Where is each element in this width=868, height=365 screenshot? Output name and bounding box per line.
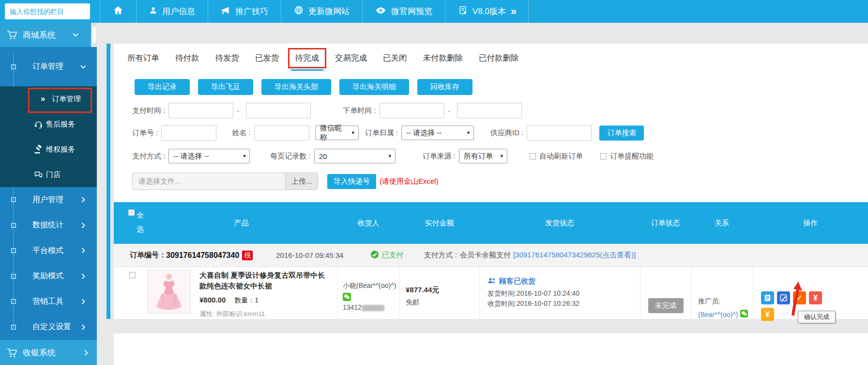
product-title[interactable]: 大喜自制 夏季设计修身复古双吊带中长款纯色连衣裙女中长裙 — [199, 270, 329, 291]
sidebar-item-marketing[interactable]: 营销工具 — [0, 289, 97, 315]
tab-pending-completion[interactable]: 待完成 — [288, 48, 327, 68]
export-feidou-button[interactable]: 导出飞豆 — [198, 79, 253, 95]
select-all-checkbox[interactable] — [128, 209, 135, 216]
chevron-right-icon — [84, 350, 88, 356]
name-input[interactable] — [254, 125, 309, 141]
pay-method-meta-label: 支付方式 : — [424, 251, 457, 260]
tab-paid-deleted[interactable]: 已付款删除 — [479, 53, 519, 63]
row-checkbox[interactable] — [129, 272, 136, 278]
content-scrollbar[interactable] — [107, 44, 110, 319]
checkbox-icon[interactable] — [600, 153, 607, 159]
sidebar-item-platform[interactable]: 平台模式 — [0, 238, 97, 264]
document-gear-icon — [458, 5, 468, 17]
sidebar-subitem-aftersale[interactable]: 售后服务 — [0, 111, 97, 137]
pay-detail-link[interactable]: [309176147580473429825(点击查看)] — [513, 251, 636, 260]
tree-node — [11, 223, 16, 228]
tab-all-orders[interactable]: 所有订单 — [127, 53, 159, 63]
export-records-button[interactable]: 导出记录 — [135, 79, 190, 95]
tree-node — [11, 248, 16, 253]
cart-icon — [6, 348, 18, 358]
select-all-label: 全选 — [137, 208, 144, 236]
headset-icon — [34, 120, 43, 129]
auto-refresh-checkbox[interactable]: 自动刷新订单 — [530, 152, 583, 161]
order-time-to-input[interactable] — [457, 103, 522, 118]
wechat-nick-select[interactable]: 微信昵称 ▼ — [315, 126, 359, 140]
pay-time-label: 支付时间 : — [132, 106, 165, 115]
phone-blur-mask — [362, 305, 384, 311]
tab-pending-shipment[interactable]: 待发货 — [215, 53, 240, 63]
tab-shipped[interactable]: 已发货 — [255, 53, 279, 63]
filter-row-options: 支付方式 : -- 请选择 -- ▼ 每页记录数 : 20 ▼ 订单来源 : 所… — [132, 149, 654, 163]
nav-site-preview[interactable]: 微官网预览 — [362, 0, 445, 23]
order-belong-select[interactable]: -- 请选择 -- ▼ — [401, 126, 474, 140]
home-icon — [113, 5, 123, 18]
sidebar-subitem-order-mgmt[interactable]: » 订单管理 — [0, 86, 97, 111]
pay-method-label: 支付方式 : — [132, 152, 165, 161]
sidebar-item-users[interactable]: 用户管理 — [0, 187, 97, 213]
refund-yen-icon[interactable]: ¥ — [809, 291, 822, 304]
order-search-button[interactable]: 订单搜索 — [599, 126, 644, 141]
sidebar: 商城系统 订单管理 » 订单管理 售后服务 维权服务 门店 用户管理 — [0, 23, 97, 365]
incomplete-status-button[interactable]: 未完成 — [648, 298, 684, 313]
search-input[interactable] — [5, 8, 99, 16]
order-row: 大喜自制 夏季设计修身复古双吊带中长款纯色连衣裙女中长裙 ¥800.00 数量：… — [114, 267, 868, 319]
order-time-from-input[interactable] — [380, 103, 444, 118]
upload-button[interactable]: 上传... — [285, 173, 318, 190]
tab-unpaid-deleted[interactable]: 未付款删除 — [423, 53, 463, 63]
filter-row-search: 订单号 : 姓名 : 微信昵称 ▼ 订单归属 : -- 请选择 -- ▼ 供应商… — [132, 125, 644, 141]
wechat-icon[interactable] — [343, 293, 351, 301]
sidebar-scroll-thumb[interactable] — [92, 27, 96, 43]
tab-pending-payment[interactable]: 待付款 — [175, 53, 199, 63]
receive-time: 收货时间:2016-10-07 10:26:32 — [487, 299, 580, 309]
order-no-label: 订单号 : — [132, 128, 158, 138]
import-tracking-button[interactable]: 导入快递号 — [327, 174, 376, 189]
remark-icon[interactable] — [761, 291, 774, 304]
top-nav: 用户信息 推广技巧 更新微网站 微官网预览 V8.0版本 » — [100, 0, 529, 23]
sidebar-item-order-mgmt[interactable]: 订单管理 — [0, 47, 97, 86]
sidebar-item-shop-system[interactable]: 商城系统 — [0, 23, 91, 47]
sidebar-item-cashier-system[interactable]: 收银系统 — [0, 340, 97, 365]
supplier-input[interactable] — [527, 125, 592, 141]
pay-time-from-input[interactable] — [168, 103, 233, 118]
nav-home[interactable] — [100, 0, 136, 23]
per-page-label: 每页记录数 : — [270, 152, 310, 161]
sidebar-item-reward[interactable]: 奖励模式 — [0, 264, 97, 289]
payment-yen-icon[interactable]: ¥ — [761, 308, 774, 321]
nav-update-site-label: 更新微网站 — [308, 6, 350, 17]
sidebar-cashier-label: 收银系统 — [23, 347, 56, 358]
sidebar-item-stats[interactable]: 数据统计 — [0, 213, 97, 238]
sidebar-subitem-rights[interactable]: 维权服务 — [0, 137, 97, 162]
promoter-link[interactable]: (Bear*^(oo)^) — [698, 311, 738, 318]
order-remind-checkbox[interactable]: 订单提醒功能 — [600, 152, 654, 161]
product-image[interactable] — [147, 270, 191, 314]
order-no-input[interactable] — [161, 125, 216, 141]
wechat-icon[interactable] — [740, 310, 748, 319]
sidebar-subitem-store[interactable]: 门店 — [0, 162, 97, 187]
tree-node — [11, 325, 16, 330]
pay-time-to-input[interactable] — [246, 103, 311, 118]
order-time-label: 下单时间 : — [343, 106, 376, 115]
product-info: 大喜自制 夏季设计修身复古双吊带中长款纯色连衣裙女中长裙 ¥800.00 数量：… — [199, 267, 329, 319]
auto-refresh-label: 自动刷新订单 — [539, 152, 583, 161]
megaphone-icon — [221, 5, 230, 17]
per-page-select[interactable]: 20 ▼ — [314, 149, 396, 163]
nav-update-site[interactable]: 更新微网站 — [281, 0, 362, 23]
export-customs-header-button[interactable]: 导出海关头部 — [261, 79, 331, 95]
order-source-select[interactable]: 所有订单 ▼ — [459, 149, 507, 163]
pay-method-select[interactable]: -- 请选择 -- ▼ — [168, 149, 250, 163]
tab-closed[interactable]: 已关闭 — [383, 53, 407, 63]
search-box[interactable] — [5, 3, 90, 19]
checkbox-icon[interactable] — [530, 153, 536, 159]
sidebar-item-custom[interactable]: 自定义设置 — [0, 315, 97, 340]
nav-promo-tips[interactable]: 推广技巧 — [208, 0, 281, 23]
recycle-stock-button[interactable]: 回收库存 — [417, 79, 472, 95]
export-customs-detail-button[interactable]: 导出海关明细 — [339, 79, 409, 95]
nav-user-info[interactable]: 用户信息 — [136, 0, 208, 23]
next-section-panel — [114, 333, 868, 365]
tab-completed[interactable]: 交易完成 — [335, 53, 367, 63]
file-picker[interactable]: 请选择文件... 上传... — [132, 173, 318, 190]
product-qty: 数量：1 — [234, 296, 259, 304]
nav-version[interactable]: V8.0版本 » — [445, 0, 529, 23]
row-select-cell — [114, 267, 145, 319]
tree-node — [11, 274, 16, 279]
